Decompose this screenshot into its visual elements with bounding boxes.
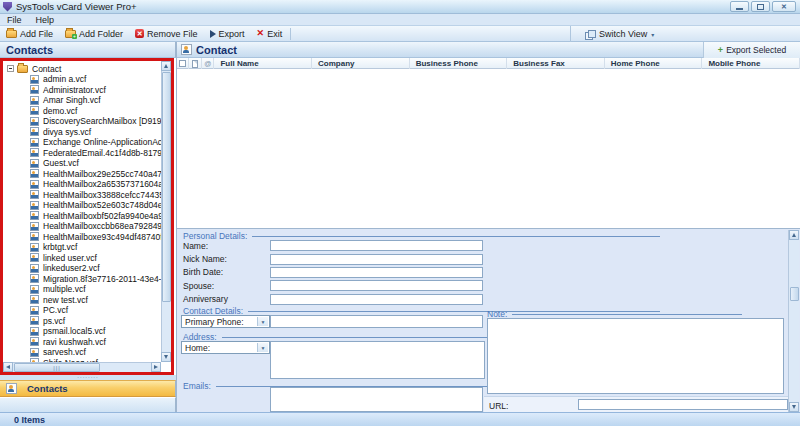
exit-button[interactable]: ✕ Exit	[251, 26, 289, 42]
tree-item[interactable]: krbtgt.vcf	[3, 242, 161, 253]
tree-item[interactable]: divya sys.vcf	[3, 127, 161, 138]
menu-file[interactable]: File	[0, 14, 29, 26]
tree-item[interactable]: Guest.vcf	[3, 158, 161, 169]
attachment-column[interactable]: @	[202, 58, 214, 69]
tree-item[interactable]: DiscoverySearchMailbox [D919BA05-46A	[3, 116, 161, 127]
tree-item[interactable]: HealthMailbox2a65357371604abea84a715	[3, 179, 161, 190]
maximize-button[interactable]	[751, 1, 770, 12]
column-header-cell[interactable]: Mobile Phone	[702, 58, 800, 69]
column-header-cell[interactable]: Company	[312, 58, 410, 69]
scroll-up-button[interactable]	[789, 230, 799, 240]
tree-item[interactable]: ps.vcf	[3, 316, 161, 327]
tree-item[interactable]: admin a.vcf	[3, 74, 161, 85]
tree-item[interactable]: HealthMailboxbf502fa9940e4a98aa0f3088	[3, 211, 161, 222]
column-header-label: Home Phone	[611, 59, 660, 68]
field-label: Anniversary	[183, 294, 270, 304]
tree-item[interactable]: HealthMailboxccbb68ea79284952a859ee2	[3, 221, 161, 232]
export-selected-button[interactable]: + Export Selected	[703, 42, 800, 58]
vcard-icon	[30, 148, 39, 157]
arrow-down-icon	[164, 355, 168, 359]
export-button[interactable]: Export	[204, 26, 251, 42]
switch-view-button[interactable]: Switch View ▾	[570, 26, 654, 42]
item-count: 0 Items	[14, 415, 45, 425]
personal-field-row: Spouse:	[183, 279, 660, 292]
tree-item[interactable]: sarvesh.vcf	[3, 347, 161, 358]
horizontal-scroll-thumb[interactable]: |||	[14, 363, 100, 372]
tree-item[interactable]: linked user.vcf	[3, 253, 161, 264]
vertical-scroll-thumb[interactable]	[162, 72, 171, 302]
tree-item[interactable]: linkeduser2.vcf	[3, 263, 161, 274]
window-controls: ✕	[730, 1, 796, 12]
vcard-icon	[30, 201, 39, 210]
tree-item[interactable]: Amar Singh.vcf	[3, 95, 161, 106]
phone-type-dropdown[interactable]: Primary Phone: ▼	[181, 315, 270, 328]
add-folder-button[interactable]: + Add Folder	[59, 26, 129, 42]
address-type-dropdown[interactable]: Home: ▼	[181, 341, 270, 354]
section-rule	[252, 236, 660, 237]
url-label: URL:	[489, 401, 508, 411]
nav-contacts-button[interactable]: Contacts	[0, 380, 176, 397]
address-textarea[interactable]	[270, 341, 485, 379]
contact-list-body[interactable]	[177, 69, 800, 228]
scroll-down-button[interactable]	[789, 402, 799, 412]
collapse-icon[interactable]	[7, 65, 14, 72]
scroll-up-button[interactable]	[161, 61, 171, 71]
tree-root-node[interactable]: Contact	[3, 63, 171, 74]
column-header-cell[interactable]: Business Fax	[507, 58, 605, 69]
vertical-scroll-thumb[interactable]	[790, 287, 799, 301]
tree-item[interactable]: FederatedEmail.4c1f4d8b-8179-4148-93b	[3, 148, 161, 159]
tree-item[interactable]: PC.vcf	[3, 305, 161, 316]
field-input[interactable]	[270, 267, 483, 278]
tree-item[interactable]: HealthMailbox33888cefcc74435d893c19d	[3, 190, 161, 201]
tree-item[interactable]: Exchange Online-ApplicationAccount.vc	[3, 137, 161, 148]
tree-vertical-scrollbar[interactable]	[161, 61, 171, 362]
tree-item[interactable]: HealthMailbox52e603c748d04e46ba432e8	[3, 200, 161, 211]
list-column-header: @ Full NameCompanyBusiness PhoneBusiness…	[177, 58, 800, 69]
field-label: Birth Date:	[183, 267, 270, 277]
window-title: SysTools vCard Viewer Pro+	[16, 1, 136, 12]
thumb-grip-icon: |||	[53, 365, 61, 371]
tree-horizontal-scrollbar[interactable]: |||	[3, 362, 161, 372]
tree-item[interactable]: new test.vcf	[3, 295, 161, 306]
field-input[interactable]	[270, 280, 483, 291]
remove-file-button[interactable]: ✕ Remove File	[129, 26, 204, 42]
field-input[interactable]	[270, 294, 483, 305]
field-label: Name:	[183, 241, 270, 251]
status-bar: 0 Items	[0, 412, 800, 426]
field-input[interactable]	[270, 254, 483, 265]
minimize-button[interactable]	[730, 1, 749, 12]
column-header-cell[interactable]: Full Name	[214, 58, 312, 69]
field-input[interactable]	[270, 240, 483, 251]
sidebar-header-label: Contacts	[6, 44, 53, 56]
item-type-column[interactable]	[189, 58, 201, 69]
tree-item[interactable]: Migration.8f3e7716-2011-43e4-96b1-aba	[3, 274, 161, 285]
tree-item[interactable]: psmail.local5.vcf	[3, 326, 161, 337]
scroll-right-button[interactable]	[151, 362, 161, 372]
tree-item[interactable]: HealthMailboxe93c494df48740f2a5caa949	[3, 232, 161, 243]
tree-item-label: HealthMailboxccbb68ea79284952a859ee2	[43, 221, 161, 231]
tree-item-label: sarvesh.vcf	[43, 347, 86, 357]
close-button[interactable]: ✕	[772, 1, 796, 12]
address-type-value: Home:	[185, 343, 210, 353]
column-header-cell[interactable]: Home Phone	[605, 58, 703, 69]
url-input[interactable]	[578, 399, 788, 410]
note-textarea[interactable]	[487, 318, 784, 394]
select-all-column[interactable]	[177, 58, 189, 69]
tree-item[interactable]: HealthMailbox29e255cc740a47b0807c3eb	[3, 169, 161, 180]
phone-input[interactable]	[270, 315, 483, 328]
menu-help[interactable]: Help	[29, 14, 62, 26]
tree-item[interactable]: multiple.vcf	[3, 284, 161, 295]
column-header-label: Full Name	[220, 59, 258, 68]
scroll-left-button[interactable]	[3, 362, 13, 372]
scroll-down-button[interactable]	[161, 352, 171, 362]
emails-textarea[interactable]	[270, 387, 483, 412]
details-vertical-scrollbar[interactable]	[788, 230, 799, 412]
tree-item[interactable]: demo.vcf	[3, 106, 161, 117]
plus-badge-icon: +	[72, 34, 77, 39]
tree-item-list: admin a.vcf Administrator.vcf Amar Singh…	[3, 74, 161, 362]
add-file-button[interactable]: Add File	[0, 26, 59, 42]
tree-item[interactable]: ravi kushwah.vcf	[3, 337, 161, 348]
tree-item[interactable]: Administrator.vcf	[3, 85, 161, 96]
tree-item-label: Administrator.vcf	[43, 85, 106, 95]
column-header-cell[interactable]: Business Phone	[410, 58, 508, 69]
